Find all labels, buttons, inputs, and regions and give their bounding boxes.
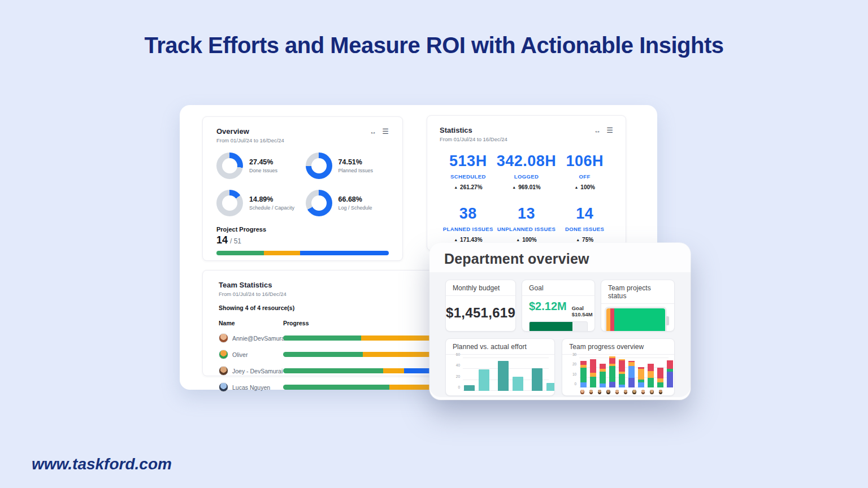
overview-card: Overview From 01/Jul/24 to 16/Dec/24 ↔ ☰…: [202, 116, 403, 261]
page-title: Track Efforts and Measure ROI with Actio…: [0, 33, 868, 58]
column-header-progress: Progress: [283, 320, 309, 326]
donut-label: Done Issues: [249, 168, 277, 173]
team-projects-status-widget: Team projects status Working on it Stuck: [601, 280, 675, 332]
stat-value: 106H: [556, 152, 613, 170]
donut-chart: [216, 152, 243, 179]
project-progress-done: 14: [216, 234, 228, 246]
stacked-bar: [657, 368, 663, 387]
y-tick: 0: [568, 382, 576, 386]
donut-hole: [311, 158, 327, 173]
project-progress-label: Project Progress: [216, 226, 389, 233]
overview-date-range: From 01/Jul/24 to 16/Dec/24: [216, 137, 284, 143]
department-overview-title: Department overview: [444, 251, 676, 267]
avatar: [598, 390, 601, 394]
donut-hole: [222, 195, 237, 211]
menu-icon[interactable]: ☰: [606, 126, 613, 134]
stat-label: SCHEDULED: [440, 173, 497, 180]
goal-title: Goal: [522, 280, 594, 296]
stacked-bar: [628, 361, 635, 387]
stat-change: ▲261.27%: [440, 184, 497, 190]
donut-chart: [216, 190, 243, 216]
bar: [464, 385, 475, 391]
stat-label: DONE ISSUES: [556, 226, 613, 232]
avatar: [589, 390, 593, 394]
stat-unplanned-issues: 13 UNPLANNED ISSUES ▲100%: [497, 205, 557, 243]
avatar: [219, 382, 228, 392]
stacked-bar: [609, 356, 615, 387]
team-progress-chart[interactable]: 30 20 10 0: [568, 358, 669, 394]
status-battery-chart[interactable]: [606, 308, 665, 332]
stat-change: ▲100%: [556, 184, 613, 190]
donut-grid: 27.45% Done Issues 74.51% Planned Issues…: [216, 152, 389, 216]
bar: [546, 383, 555, 391]
bar: [513, 377, 523, 391]
stat-change: ▲100%: [497, 237, 557, 243]
donut-label: Planned Issues: [338, 168, 374, 173]
up-arrow-icon: ▲: [574, 185, 578, 189]
stat-change: ▲171.43%: [440, 237, 497, 243]
stat-value: 13: [497, 205, 557, 223]
goal-widget: Goal $2.12M Goal $10.54M: [522, 280, 595, 332]
stat-value: 513H: [440, 152, 497, 170]
stat-logged: 342.08H LOGGED ▲969.01%: [497, 152, 557, 190]
y-tick: 10: [568, 372, 576, 376]
overview-card-title: Overview: [216, 127, 284, 136]
avatar: [219, 333, 228, 343]
avatar: [632, 390, 636, 394]
donut-chart: [306, 190, 332, 216]
resize-icon[interactable]: ↔: [594, 127, 601, 134]
department-overview-body: Monthly budget $1,451,619 Goal $2.12M Go…: [429, 272, 691, 397]
avatar: [615, 390, 619, 394]
bar: [479, 369, 489, 391]
stat-change: ▲969.01%: [497, 184, 557, 190]
stat-value: 342.08H: [497, 152, 557, 170]
avatar: [219, 350, 228, 359]
donut-stat-log-schedule: 66.68% Log / Schedule: [306, 190, 389, 216]
stat-label: LOGGED: [497, 173, 557, 180]
resize-icon[interactable]: ↔: [370, 128, 376, 136]
resource-name: Joey - DevSamurai: [232, 368, 283, 374]
statistics-date-range: From 01/Jul/24 to 16/Dec/24: [440, 136, 507, 142]
project-progress-total: / 51: [230, 237, 241, 245]
bar: [498, 361, 509, 391]
resource-name: Oliver: [232, 351, 248, 358]
stat-value: 14: [556, 205, 613, 223]
menu-icon[interactable]: ☰: [382, 127, 389, 136]
planned-vs-actual-title: Planned vs. actual effort: [446, 339, 554, 355]
donut-label: Log / Schedule: [338, 205, 372, 211]
stat-off: 106H OFF ▲100%: [556, 152, 613, 190]
up-arrow-icon: ▲: [576, 238, 580, 242]
y-tick: 20: [452, 374, 460, 378]
avatar: [219, 366, 228, 376]
member-avatars-row: [580, 390, 667, 394]
planned-vs-actual-chart[interactable]: 60 40 20 0: [452, 358, 549, 394]
resource-name: Lucas Nguyen: [232, 384, 270, 391]
team-progress-title: Team progress overview: [562, 339, 674, 355]
donut-stat-planned-issues: 74.51% Planned Issues: [306, 152, 389, 179]
stacked-bar: [590, 359, 596, 387]
goal-progress-track: [529, 321, 588, 332]
donut-stat-schedule-capacity: 14.89% Schedule / Capacity: [216, 190, 300, 216]
stat-done-issues: 14 DONE ISSUES ▲75%: [556, 205, 613, 243]
y-tick: 0: [452, 385, 460, 389]
planned-vs-actual-widget: Planned vs. actual effort 60 40 20 0: [445, 338, 555, 396]
marketing-banner: Track Efforts and Measure ROI with Actio…: [0, 0, 868, 488]
up-arrow-icon: ▲: [454, 185, 458, 189]
bar: [532, 368, 542, 391]
stat-label: PLANNED ISSUES: [440, 226, 497, 232]
stacked-bar: [648, 364, 654, 387]
stat-planned-issues: 38 PLANNED ISSUES ▲171.43%: [440, 205, 497, 243]
avatar: [580, 390, 584, 394]
stat-change: ▲75%: [556, 237, 613, 243]
stat-label: UNPLANNED ISSUES: [497, 226, 557, 232]
statistics-card-title: Statistics: [440, 126, 507, 134]
bar-series: [464, 361, 548, 391]
stat-label: OFF: [556, 173, 613, 180]
donut-value: 27.45%: [249, 158, 277, 166]
monthly-budget-title: Monthly budget: [446, 280, 515, 296]
department-overview-card: Department overview Monthly budget $1,45…: [429, 243, 691, 400]
stacked-bar: [580, 361, 587, 387]
stacked-bar: [667, 360, 673, 388]
monthly-budget-widget: Monthly budget $1,451,619: [445, 280, 516, 332]
up-arrow-icon: ▲: [512, 185, 516, 189]
